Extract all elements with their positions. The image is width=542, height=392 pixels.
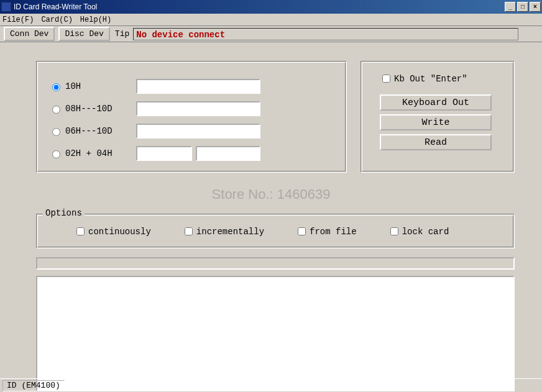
client-area: 10H 08H---10D 06H---10D: [0, 42, 542, 55]
tip-text: No device connect: [133, 28, 518, 40]
continuously-label: continuously: [88, 227, 151, 237]
radio-10h[interactable]: 10H: [49, 81, 136, 91]
from-file-input[interactable]: [298, 227, 306, 235]
action-group: Kb Out "Enter" Keyboard Out Write Read: [361, 61, 515, 173]
disc-dev-button[interactable]: Disc Dev: [58, 27, 109, 41]
window-title: ID Card Read-Writer Tool: [14, 2, 503, 11]
kb-out-enter-input[interactable]: [382, 75, 390, 83]
input-04h[interactable]: [196, 146, 260, 161]
read-button[interactable]: Read: [380, 134, 492, 150]
lock-card-checkbox[interactable]: lock card: [388, 226, 449, 237]
maximize-button[interactable]: □: [517, 2, 528, 12]
close-button[interactable]: ×: [530, 2, 541, 12]
log-textarea[interactable]: [36, 276, 515, 391]
input-02h[interactable]: [136, 146, 192, 161]
incrementally-checkbox[interactable]: incrementally: [182, 226, 264, 237]
watermark-text: Store No.: 1460639: [0, 186, 542, 203]
radio-08h10d-input[interactable]: [52, 106, 60, 114]
status-tab[interactable]: ID (EM4100): [2, 380, 65, 391]
kb-out-enter-checkbox[interactable]: Kb Out "Enter": [380, 73, 467, 84]
titlebar: ID Card Read-Writer Tool _ □ ×: [0, 0, 542, 14]
radio-06h10d[interactable]: 06H---10D: [49, 126, 136, 136]
conn-dev-button[interactable]: Conn Dev: [4, 27, 55, 41]
tip-label: Tip: [115, 29, 129, 39]
continuously-checkbox[interactable]: continuously: [74, 226, 151, 237]
menu-file[interactable]: File(F): [2, 16, 34, 24]
menubar: File(F) Card(C) Help(H): [0, 14, 542, 26]
radio-02h04h-input[interactable]: [52, 150, 60, 158]
write-button[interactable]: Write: [380, 114, 492, 130]
radio-08h10d[interactable]: 08H---10D: [49, 104, 136, 114]
from-file-label: from file: [310, 227, 357, 237]
keyboard-out-button[interactable]: Keyboard Out: [380, 94, 492, 111]
from-file-checkbox[interactable]: from file: [295, 226, 357, 237]
toolbar: Conn Dev Disc Dev Tip No device connect: [0, 26, 542, 42]
continuously-input[interactable]: [76, 227, 85, 235]
radio-06h10d-input[interactable]: [52, 128, 60, 136]
statusbar: ID (EM4100): [0, 378, 542, 392]
options-legend: Options: [43, 208, 85, 218]
kb-out-enter-label: Kb Out "Enter": [394, 74, 467, 84]
minimize-button[interactable]: _: [505, 2, 516, 12]
app-icon: [1, 2, 11, 12]
menu-card[interactable]: Card(C): [41, 16, 72, 24]
menu-help[interactable]: Help(H): [80, 16, 111, 24]
lock-card-label: lock card: [402, 227, 449, 237]
lock-card-input[interactable]: [390, 227, 398, 235]
output-field[interactable]: [36, 257, 515, 270]
radio-02h04h[interactable]: 02H + 04H: [49, 148, 136, 158]
input-08h10d[interactable]: [136, 101, 260, 116]
radio-06h10d-label: 06H---10D: [65, 126, 113, 136]
input-10h[interactable]: [136, 79, 260, 94]
radio-10h-label: 10H: [65, 81, 81, 91]
radio-08h10d-label: 08H---10D: [65, 104, 113, 114]
radio-02h04h-label: 02H + 04H: [65, 148, 113, 158]
options-group: Options continuously incrementally from …: [36, 214, 515, 248]
incrementally-label: incrementally: [196, 227, 264, 237]
incrementally-input[interactable]: [185, 227, 193, 235]
format-group: 10H 08H---10D 06H---10D: [36, 61, 347, 173]
radio-10h-input[interactable]: [52, 83, 60, 91]
input-06h10d[interactable]: [136, 124, 260, 139]
